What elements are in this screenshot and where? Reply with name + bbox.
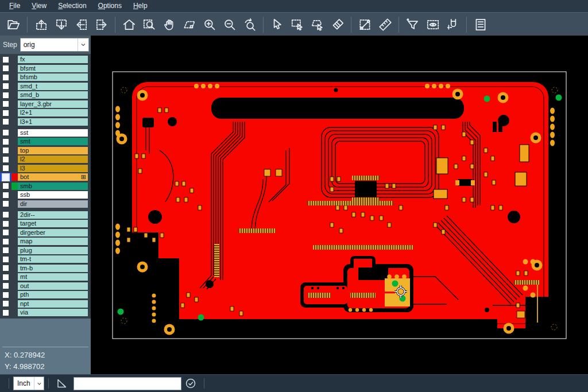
command-input[interactable] <box>74 377 181 390</box>
layer-visibility-checkbox[interactable] <box>0 82 11 91</box>
layer-visibility-checkbox[interactable] <box>0 300 11 308</box>
layer-name[interactable]: pth <box>18 291 88 298</box>
layer-row-dir[interactable]: dir <box>0 200 91 208</box>
menu-help[interactable]: Help <box>127 1 153 11</box>
layer-row-l2+1[interactable]: l2+1 <box>0 108 91 117</box>
layer-visibility-checkbox[interactable] <box>0 290 11 299</box>
layer-row-layer_3.gbr[interactable]: layer_3.gbr <box>0 100 91 108</box>
layer-row-target[interactable]: target <box>0 219 91 228</box>
layer-name[interactable]: smb <box>18 183 88 190</box>
layer-visibility-checkbox[interactable] <box>0 73 11 81</box>
layer-name[interactable]: ssb <box>18 191 88 199</box>
layer-row-ssb[interactable]: ssb <box>0 191 91 199</box>
layer-visibility-checkbox[interactable] <box>0 108 11 117</box>
open-folder-button[interactable] <box>3 15 24 34</box>
layer-name[interactable]: dir <box>18 200 88 208</box>
layer-row-l3[interactable]: l3 <box>0 164 91 173</box>
layer-row-sst[interactable]: sst <box>0 129 91 137</box>
layer-row-tm-b[interactable]: tm-b <box>0 264 91 273</box>
layer-name[interactable]: bot⊞ <box>18 173 88 181</box>
layer-visibility-checkbox[interactable] <box>0 129 11 137</box>
layer-name[interactable]: tm-b <box>18 265 88 272</box>
view-options-button[interactable] <box>423 15 443 34</box>
layer-row-smb[interactable]: smb <box>0 182 91 191</box>
layer-row-bfsmb[interactable]: bfsmb <box>0 73 91 81</box>
layer-name[interactable]: smt <box>18 138 88 145</box>
step-dropdown[interactable]: orig <box>20 38 89 52</box>
menu-selection[interactable]: Selection <box>52 1 92 11</box>
select-polygon-button[interactable] <box>307 15 327 34</box>
layer-row-plug[interactable]: plug <box>0 246 91 255</box>
layer-row-out[interactable]: out <box>0 282 91 290</box>
layer-name[interactable]: bfsmb <box>18 73 88 81</box>
zoom-dynamic-button[interactable] <box>179 15 199 34</box>
menu-view[interactable]: View <box>26 1 52 11</box>
layer-name[interactable]: bfsmt <box>18 65 88 72</box>
layer-visibility-checkbox[interactable] <box>0 200 11 208</box>
pcb-canvas[interactable] <box>91 36 588 375</box>
zoom-out-button[interactable] <box>219 15 239 34</box>
layer-name[interactable]: via <box>18 309 88 316</box>
snap-magnet-button[interactable] <box>443 15 463 34</box>
layer-visibility-checkbox[interactable] <box>0 211 11 219</box>
layer-visibility-checkbox[interactable] <box>0 146 11 155</box>
layer-visibility-checkbox[interactable] <box>0 219 11 228</box>
layer-name[interactable]: layer_3.gbr <box>18 100 88 108</box>
layer-row-mt[interactable]: mt <box>0 273 91 281</box>
chevron-down-icon[interactable] <box>78 38 88 51</box>
layer-visibility-checkbox[interactable] <box>0 182 11 191</box>
layer-row-2dir--[interactable]: 2dir-- <box>0 211 91 219</box>
chevron-down-icon[interactable] <box>34 377 44 390</box>
layer-name[interactable]: tm-t <box>18 255 88 263</box>
layer-row-map[interactable]: map <box>0 237 91 246</box>
layer-row-tm-t[interactable]: tm-t <box>0 255 91 263</box>
menu-options[interactable]: Options <box>92 1 127 11</box>
layer-name[interactable]: plug <box>18 247 88 254</box>
layer-name[interactable]: smd_b <box>18 91 88 99</box>
home-view-button[interactable] <box>119 15 139 34</box>
layer-name[interactable]: smd_t <box>18 83 88 90</box>
layer-visibility-checkbox[interactable] <box>0 308 11 317</box>
apply-refresh-icon[interactable] <box>184 377 198 390</box>
layer-visibility-checkbox[interactable] <box>0 64 11 73</box>
layer-name[interactable]: target <box>18 220 88 227</box>
layer-visibility-checkbox[interactable] <box>0 237 11 246</box>
layer-visibility-checkbox[interactable] <box>0 100 11 108</box>
measure-ruler-button[interactable] <box>375 15 395 34</box>
layer-row-smd_t[interactable]: smd_t <box>0 82 91 91</box>
menu-file[interactable]: File <box>3 1 26 11</box>
layer-visibility-checkbox[interactable] <box>0 55 11 64</box>
layer-name[interactable]: 2dir-- <box>18 211 88 219</box>
layer-row-top[interactable]: top <box>0 146 91 155</box>
layer-visibility-checkbox[interactable] <box>0 273 11 281</box>
layer-visibility-checkbox[interactable] <box>0 246 11 255</box>
layer-name[interactable]: l2+1 <box>18 109 88 117</box>
layer-row-l2[interactable]: l2 <box>0 155 91 164</box>
layer-visibility-checkbox[interactable] <box>0 118 11 126</box>
select-cursor-button[interactable] <box>267 15 287 34</box>
select-rectangle-button[interactable] <box>287 15 307 34</box>
layer-row-l3+1[interactable]: l3+1 <box>0 118 91 126</box>
layer-row-fx[interactable]: fx <box>0 55 91 64</box>
layer-name[interactable]: l3 <box>18 165 88 172</box>
layer-row-npt[interactable]: npt <box>0 300 91 308</box>
layer-row-pth[interactable]: pth <box>0 290 91 299</box>
layer-name[interactable]: l3+1 <box>18 118 88 126</box>
nudge-right-button[interactable] <box>91 15 111 34</box>
nudge-left-button[interactable] <box>71 15 91 34</box>
angle-tool-icon[interactable] <box>55 377 69 390</box>
nudge-down-button[interactable] <box>51 15 71 34</box>
layer-row-via[interactable]: via <box>0 308 91 317</box>
layer-name[interactable]: map <box>18 238 88 245</box>
zoom-window-button[interactable] <box>139 15 159 34</box>
pan-hand-button[interactable] <box>159 15 179 34</box>
layer-name[interactable]: out <box>18 282 88 290</box>
layer-visibility-checkbox[interactable] <box>0 191 11 199</box>
layer-visibility-checkbox[interactable] <box>0 164 11 173</box>
zoom-in-button[interactable] <box>199 15 219 34</box>
report-list-button[interactable] <box>470 15 490 34</box>
layer-visibility-checkbox[interactable] <box>0 173 11 181</box>
layer-visibility-checkbox[interactable] <box>0 264 11 273</box>
layer-row-bfsmt[interactable]: bfsmt <box>0 64 91 73</box>
layer-name[interactable]: l2 <box>18 156 88 163</box>
